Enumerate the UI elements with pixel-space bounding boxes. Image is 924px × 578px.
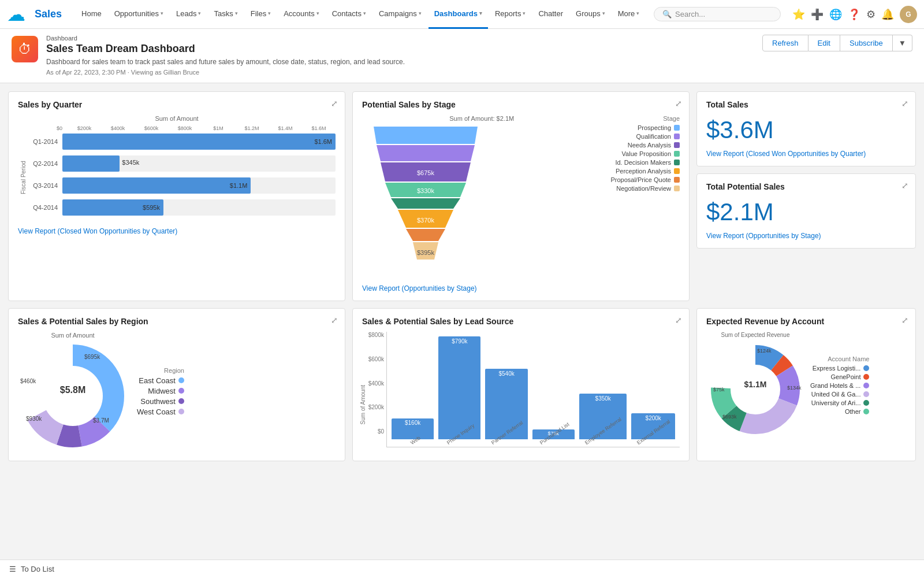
expand-icon[interactable]: ⤢: [675, 316, 682, 325]
chevron-icon: ▾: [198, 10, 201, 16]
actions-dropdown[interactable]: ▼: [893, 35, 912, 51]
nav-item-campaigns[interactable]: Campaigns ▾: [373, 0, 427, 29]
svg-point-24: [731, 365, 780, 414]
notifications-icon[interactable]: 🔔: [881, 8, 894, 21]
help-icon[interactable]: ❓: [848, 8, 860, 21]
view-report-link[interactable]: View Report (Closed Won Opportunities by…: [706, 150, 906, 158]
lead-source-title: Sales & Potential Sales by Lead Source: [362, 317, 680, 326]
list-item: Grand Hotels & ...: [810, 382, 869, 389]
dashboard-icon: ⏱: [12, 36, 38, 62]
svg-text:$330k: $330k: [417, 187, 434, 194]
total-sales-title: Total Sales: [706, 100, 906, 109]
table-row: Q1-2014 $1.6M: [29, 134, 336, 150]
add-icon[interactable]: ➕: [811, 8, 824, 21]
region-donut-svg: $5.8M: [18, 341, 128, 451]
expand-icon[interactable]: ⤢: [331, 99, 338, 108]
expand-icon[interactable]: ⤢: [675, 99, 682, 108]
edit-button[interactable]: Edit: [808, 35, 840, 51]
list-item: University of Ari...: [810, 399, 869, 406]
list-item: Perception Analysis: [610, 168, 680, 175]
region-chart-area: Sum of Amount $5.8M $695k: [18, 332, 336, 453]
bar-group-web: $160k Web: [392, 418, 434, 447]
bars-area: $160k Web $790k Phone Inquiry $540k Part…: [386, 332, 680, 447]
expected-donut-wrap: Sum of Expected Revenue $1.1M: [706, 332, 804, 440]
sales-by-lead-source-card: Sales & Potential Sales by Lead Source ⤢…: [352, 308, 690, 461]
dashboard-actions: Refresh Edit Subscribe ▼: [762, 35, 912, 51]
lead-chart-container: $800k $600k $400k $200k $0 $160k Web $79…: [362, 332, 680, 447]
svg-marker-9: [406, 229, 445, 241]
view-report-link[interactable]: View Report (Closed Won Opportunities by…: [18, 227, 336, 235]
dashboard-grid: Sales by Quarter ⤢ Sum of Amount $0 $200…: [0, 83, 924, 469]
settings-icon[interactable]: ⚙: [866, 8, 875, 21]
chevron-icon: ▾: [363, 10, 366, 16]
dashboard-description: Dashboard for sales team to track past s…: [46, 58, 405, 66]
chevron-icon: ▾: [268, 10, 271, 16]
favorites-icon[interactable]: ⭐: [792, 8, 805, 21]
avatar[interactable]: G: [900, 6, 917, 23]
nav-item-more[interactable]: More ▾: [612, 0, 646, 29]
nav-item-groups[interactable]: Groups ▾: [570, 0, 611, 29]
nav-item-dashboards[interactable]: Dashboards ▾: [429, 0, 488, 29]
dashboard-date: As of Apr 22, 2023, 2:30 PM · Viewing as…: [46, 69, 405, 76]
potential-sales-card: Potential Sales by Stage ⤢ Sum of Amount…: [352, 91, 690, 301]
svg-text:$1.1M: $1.1M: [744, 380, 767, 389]
region-subtitle: Sum of Amount: [18, 332, 128, 339]
right-column: Total Sales ⤢ $3.6M View Report (Closed …: [696, 91, 916, 301]
expected-revenue-area: Sum of Expected Revenue $1.1M: [706, 332, 906, 440]
sales-by-quarter-card: Sales by Quarter ⤢ Sum of Amount $0 $200…: [8, 91, 345, 301]
bar-group-employee: $350k Employee Referral: [579, 394, 627, 447]
bar-group-external: $200k External Referral: [631, 413, 675, 447]
view-report-link[interactable]: View Report (Opportunities by Stage): [362, 284, 680, 292]
cloud-icon[interactable]: 🌐: [829, 8, 842, 21]
svg-text:$395k: $395k: [417, 249, 434, 256]
total-sales-card: Total Sales ⤢ $3.6M View Report (Closed …: [696, 91, 916, 166]
search-bar[interactable]: 🔍 Search...: [654, 7, 781, 21]
top-nav: ☁ Sales HomeOpportunities ▾Leads ▾Tasks …: [0, 0, 924, 29]
nav-item-reports[interactable]: Reports ▾: [489, 0, 532, 29]
svg-marker-1: [377, 145, 475, 161]
list-item: Prospecting: [610, 124, 680, 131]
expected-revenue-title: Expected Revenue by Account: [706, 317, 906, 326]
search-placeholder: Search...: [675, 10, 705, 18]
nav-item-tasks[interactable]: Tasks ▾: [208, 0, 243, 29]
total-potential-sales-card: Total Potential Sales ⤢ $2.1M View Repor…: [696, 173, 916, 249]
nav-item-chatter[interactable]: Chatter: [532, 0, 569, 29]
expected-revenue-legend: Account Name Express Logisti... GenePoin…: [810, 355, 869, 417]
nav-item-opportunities[interactable]: Opportunities ▾: [109, 0, 169, 29]
bar-group-partner: $540k Partner Referral: [485, 369, 527, 447]
nav-item-home[interactable]: Home: [76, 0, 107, 29]
expand-icon[interactable]: ⤢: [901, 99, 908, 108]
dashboard-title: Sales Team Dream Dashboard: [46, 43, 405, 55]
nav-item-contacts[interactable]: Contacts ▾: [326, 0, 372, 29]
bar-group-purchased: $75k Purchased List: [532, 429, 575, 447]
nav-item-files[interactable]: Files ▾: [245, 0, 277, 29]
table-row: Q4-2014 $595k: [29, 199, 336, 216]
expand-icon[interactable]: ⤢: [331, 316, 338, 325]
region-title: Sales & Potential Sales by Region: [18, 317, 336, 326]
list-item: Southwest: [137, 397, 184, 406]
funnel-subtitle: Sum of Amount: $2.1M: [362, 115, 601, 122]
nav-item-accounts[interactable]: Accounts ▾: [278, 0, 325, 29]
app-name: Sales: [35, 8, 62, 20]
expand-icon[interactable]: ⤢: [901, 316, 908, 325]
bar-group-phone: $790k Phone Inquiry: [438, 336, 480, 447]
x-labels: $0 $200k $400k $600k $800k $1M $1.2M $1.…: [18, 125, 336, 131]
nav-item-leads[interactable]: Leads ▾: [170, 0, 207, 29]
refresh-button[interactable]: Refresh: [762, 35, 808, 51]
legend-title: Stage: [610, 115, 680, 122]
total-sales-value: $3.6M: [706, 116, 906, 144]
list-item: Other: [810, 408, 869, 415]
expand-icon[interactable]: ⤢: [901, 181, 908, 190]
total-potential-sales-title: Total Potential Sales: [706, 182, 906, 191]
chevron-icon: ▾: [602, 10, 605, 16]
app-logo[interactable]: ☁: [7, 3, 25, 25]
expected-revenue-card: Expected Revenue by Account ⤢ Sum of Exp…: [696, 308, 916, 461]
view-report-link[interactable]: View Report (Opportunities by Stage): [706, 232, 906, 240]
list-item: GenePoint: [810, 373, 869, 380]
chevron-icon: ▾: [235, 10, 238, 16]
subscribe-button[interactable]: Subscribe: [840, 35, 893, 51]
list-item: Id. Decision Makers: [610, 159, 680, 166]
breadcrumb: Dashboard: [46, 35, 405, 42]
svg-text:$5.8M: $5.8M: [60, 385, 85, 395]
list-item: Needs Analysis: [610, 142, 680, 149]
